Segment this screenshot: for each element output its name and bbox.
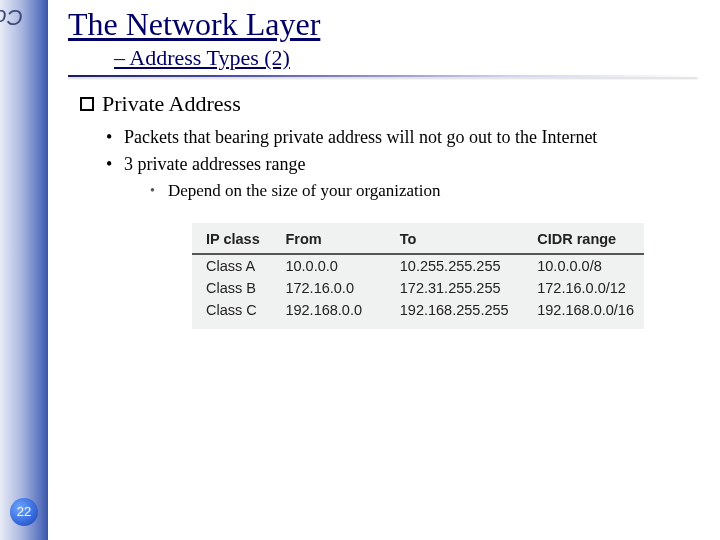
bullet-text: Packets that bearing private address wil…	[124, 127, 597, 147]
bullet-list: Packets that bearing private address wil…	[110, 127, 712, 201]
section-heading-text: Private Address	[102, 91, 241, 116]
slide-title: The Network Layer	[68, 6, 712, 43]
org-label-wrap: Computer Center, CS, NCTU	[1, 2, 27, 322]
cell-to: 172.31.255.255	[386, 277, 523, 299]
list-item: 3 private addresses range Depend on the …	[110, 154, 712, 201]
sidebar: Computer Center, CS, NCTU 22	[0, 0, 48, 540]
cell-from: 192.168.0.0	[271, 299, 385, 321]
cell-to: 192.168.255.255	[386, 299, 523, 321]
body: Private Address Packets that bearing pri…	[80, 91, 712, 329]
cell-ipclass: Class C	[192, 299, 271, 321]
slide-subtitle: – Address Types (2)	[114, 45, 712, 71]
private-address-table-wrap: IP class From To CIDR range Class A 10.0…	[192, 223, 644, 329]
square-bullet-icon	[80, 97, 94, 111]
slide-content: The Network Layer – Address Types (2) Pr…	[62, 0, 712, 540]
cell-cidr: 172.16.0.0/12	[523, 277, 644, 299]
cell-ipclass: Class B	[192, 277, 271, 299]
cell-to: 10.255.255.255	[386, 254, 523, 277]
col-header-to: To	[386, 227, 523, 254]
cell-cidr: 10.0.0.0/8	[523, 254, 644, 277]
list-item: Packets that bearing private address wil…	[110, 127, 712, 148]
bullet-text: 3 private addresses range	[124, 154, 305, 174]
page-number-badge: 22	[10, 498, 38, 526]
private-address-table: IP class From To CIDR range Class A 10.0…	[192, 227, 644, 321]
table-header-row: IP class From To CIDR range	[192, 227, 644, 254]
sub-list: Depend on the size of your organization	[154, 181, 712, 201]
cell-cidr: 192.168.0.0/16	[523, 299, 644, 321]
col-header-from: From	[271, 227, 385, 254]
sub-list-item: Depend on the size of your organization	[154, 181, 712, 201]
title-divider	[68, 75, 698, 77]
section-heading: Private Address	[80, 91, 712, 117]
sub-bullet-text: Depend on the size of your organization	[168, 181, 441, 200]
cell-ipclass: Class A	[192, 254, 271, 277]
org-label: Computer Center, CS, NCTU	[0, 4, 23, 30]
table-row: Class B 172.16.0.0 172.31.255.255 172.16…	[192, 277, 644, 299]
table-row: Class C 192.168.0.0 192.168.255.255 192.…	[192, 299, 644, 321]
col-header-ipclass: IP class	[192, 227, 271, 254]
cell-from: 172.16.0.0	[271, 277, 385, 299]
table-row: Class A 10.0.0.0 10.255.255.255 10.0.0.0…	[192, 254, 644, 277]
cell-from: 10.0.0.0	[271, 254, 385, 277]
col-header-cidr: CIDR range	[523, 227, 644, 254]
